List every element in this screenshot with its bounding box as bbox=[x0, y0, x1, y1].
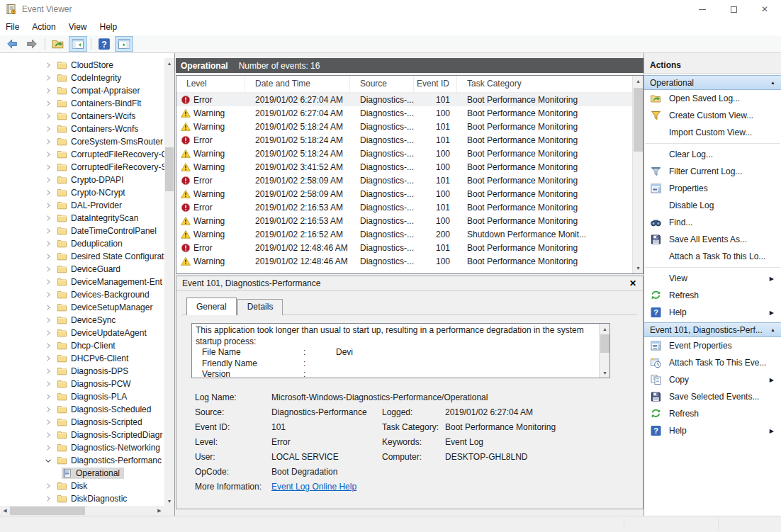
chevron-right-icon[interactable] bbox=[44, 99, 57, 108]
chevron-right-icon[interactable] bbox=[44, 239, 57, 248]
tree-item-codeintegrity[interactable]: CodeIntegrity bbox=[0, 72, 164, 84]
chevron-right-icon[interactable] bbox=[44, 380, 57, 388]
scroll-thumb[interactable] bbox=[634, 88, 643, 152]
scroll-down-icon[interactable]: ▼ bbox=[164, 496, 174, 506]
column-header-event-id[interactable]: Event ID bbox=[414, 76, 457, 92]
column-header-level[interactable]: Level bbox=[176, 76, 245, 92]
scroll-thumb[interactable] bbox=[165, 147, 174, 191]
menu-view[interactable]: View bbox=[62, 18, 94, 35]
tree-item-diagnosis-scripteddiagr[interactable]: Diagnosis-ScriptedDiagr bbox=[0, 429, 164, 441]
tree-item-desired-state-configurat[interactable]: Desired State Configurat bbox=[0, 250, 164, 263]
chevron-right-icon[interactable] bbox=[44, 392, 57, 401]
scroll-up-icon[interactable]: ▲ bbox=[164, 58, 174, 68]
chevron-right-icon[interactable] bbox=[44, 494, 57, 503]
scroll-up-icon[interactable]: ▲ bbox=[633, 76, 644, 86]
chevron-right-icon[interactable] bbox=[44, 188, 57, 197]
tree-item-corruptedfilerecovery-s[interactable]: CorruptedFileRecovery-S bbox=[0, 161, 164, 174]
event-row[interactable]: Error 2019/01/02 12:48:46 AM Diagnostics… bbox=[176, 241, 632, 254]
scroll-left-icon[interactable]: ◀ bbox=[0, 506, 10, 516]
minimize-button[interactable] bbox=[687, 0, 718, 18]
column-header-date-and-time[interactable]: Date and Time bbox=[245, 76, 350, 92]
event-row[interactable]: Warning 2019/01/02 12:48:46 AM Diagnosti… bbox=[176, 254, 632, 268]
collapse-arrow-icon[interactable]: ▲ bbox=[770, 327, 775, 332]
events-vertical-scrollbar[interactable]: ▲ ▼ bbox=[632, 76, 643, 273]
action-attach-a-task-to-this-lo[interactable]: Attach a Task To this Lo... bbox=[644, 248, 781, 265]
event-row[interactable]: Warning 2019/01/02 6:27:04 AM Diagnostic… bbox=[176, 106, 632, 120]
chevron-right-icon[interactable] bbox=[44, 74, 57, 82]
scroll-thumb[interactable] bbox=[10, 506, 85, 515]
chevron-right-icon[interactable] bbox=[44, 201, 57, 210]
tree-item-devicemanagement-ent[interactable]: DeviceManagement-Ent bbox=[0, 276, 164, 288]
menu-help[interactable]: Help bbox=[94, 18, 124, 35]
chevron-right-icon[interactable] bbox=[44, 443, 57, 452]
tree-item-datetimecontrolpanel[interactable]: DateTimeControlPanel bbox=[0, 225, 164, 237]
scroll-down-icon[interactable]: ▼ bbox=[600, 368, 610, 378]
tree-item-compat-appraiser[interactable]: Compat-Appraiser bbox=[0, 84, 164, 97]
tree-item-deduplication[interactable]: Deduplication bbox=[0, 237, 164, 250]
action-filter-current-log[interactable]: Filter Current Log... bbox=[644, 163, 781, 180]
scroll-right-icon[interactable]: ▶ bbox=[154, 506, 164, 516]
tree-item-corruptedfilerecovery-c[interactable]: CorruptedFileRecovery-C bbox=[0, 148, 164, 161]
scroll-up-icon[interactable]: ▲ bbox=[600, 324, 610, 334]
event-row[interactable]: Warning 2019/01/02 5:18:24 AM Diagnostic… bbox=[176, 147, 632, 160]
column-header-task-category[interactable]: Task Category bbox=[457, 76, 632, 92]
maximize-button[interactable] bbox=[718, 0, 749, 18]
event-row[interactable]: Warning 2019/01/02 2:16:52 AM Diagnostic… bbox=[176, 227, 632, 241]
chevron-right-icon[interactable] bbox=[44, 405, 57, 414]
event-log-online-help-link[interactable]: Event Log Online Help bbox=[271, 482, 382, 492]
action-refresh[interactable]: Refresh bbox=[644, 287, 781, 304]
tree-item-dal-provider[interactable]: DAL-Provider bbox=[0, 199, 164, 212]
chevron-right-icon[interactable] bbox=[44, 125, 57, 133]
event-row[interactable]: Warning 2019/01/02 3:41:52 AM Diagnostic… bbox=[176, 160, 632, 174]
chevron-right-icon[interactable] bbox=[44, 214, 57, 222]
chevron-right-icon[interactable] bbox=[44, 265, 57, 273]
menu-file[interactable]: File bbox=[0, 18, 26, 35]
chevron-right-icon[interactable] bbox=[44, 303, 57, 312]
tree-item-coresystem-smsrouter[interactable]: CoreSystem-SmsRouter bbox=[0, 135, 164, 148]
action-section-operational[interactable]: Operational ▲ bbox=[644, 75, 781, 90]
tree-item-containers-bindflt[interactable]: Containers-BindFlt bbox=[0, 97, 164, 110]
action-create-custom-view[interactable]: Create Custom View... bbox=[644, 107, 781, 124]
action-view[interactable]: View ▶ bbox=[644, 270, 781, 287]
tree-item-diagnosis-dps[interactable]: Diagnosis-DPS bbox=[0, 365, 164, 378]
scroll-thumb[interactable] bbox=[600, 334, 609, 353]
action-help[interactable]: ? Help ▶ bbox=[644, 422, 781, 439]
tree-horizontal-scrollbar[interactable]: ◀ ▶ bbox=[0, 506, 164, 516]
tree-item-crypto-dpapi[interactable]: Crypto-DPAPI bbox=[0, 174, 164, 186]
forward-button[interactable] bbox=[23, 36, 41, 52]
tree-item-devicesync[interactable]: DeviceSync bbox=[0, 314, 164, 327]
tree-item-dataintegrityscan[interactable]: DataIntegrityScan bbox=[0, 212, 164, 225]
back-button[interactable] bbox=[3, 36, 21, 52]
chevron-right-icon[interactable] bbox=[44, 137, 57, 146]
menu-action[interactable]: Action bbox=[26, 18, 62, 35]
event-row[interactable]: Warning 2019/01/02 5:18:24 AM Diagnostic… bbox=[176, 120, 632, 133]
scroll-down-icon[interactable]: ▼ bbox=[633, 263, 644, 273]
chevron-right-icon[interactable] bbox=[44, 252, 57, 261]
show-action-pane-toggle[interactable] bbox=[115, 36, 133, 52]
action-import-custom-view[interactable]: Import Custom View... bbox=[644, 124, 781, 141]
show-console-tree-toggle[interactable] bbox=[69, 36, 87, 52]
action-clear-log[interactable]: Clear Log... bbox=[644, 146, 781, 163]
tree-item-deviceguard[interactable]: DeviceGuard bbox=[0, 263, 164, 276]
action-section-event-101-diagnostics-perf[interactable]: Event 101, Diagnostics-Perf... ▲ bbox=[644, 322, 781, 337]
tree-item-operational[interactable]: Operational bbox=[0, 467, 164, 480]
action-find[interactable]: Find... bbox=[644, 214, 781, 231]
tree-item-dhcpv6-client[interactable]: DHCPv6-Client bbox=[0, 352, 164, 365]
event-row[interactable]: Warning 2019/01/02 2:58:09 AM Diagnostic… bbox=[176, 187, 632, 200]
tree-item-containers-wcifs[interactable]: Containers-Wcifs bbox=[0, 110, 164, 123]
event-row[interactable]: Error 2019/01/02 6:27:04 AM Diagnostics-… bbox=[176, 93, 632, 106]
tree-item-diagnostics-performanc[interactable]: Diagnostics-Performanc bbox=[0, 454, 164, 467]
tree-item-devicesetupmanager[interactable]: DeviceSetupManager bbox=[0, 301, 164, 314]
tab-general[interactable]: General bbox=[186, 298, 237, 315]
help-button[interactable]: ? bbox=[95, 36, 113, 52]
collapse-arrow-icon[interactable]: ▲ bbox=[770, 80, 775, 85]
action-disable-log[interactable]: Disable Log bbox=[644, 197, 781, 214]
description-vertical-scrollbar[interactable]: ▲ ▼ bbox=[599, 324, 609, 378]
chevron-right-icon[interactable] bbox=[44, 367, 57, 375]
action-help[interactable]: ? Help ▶ bbox=[644, 304, 781, 321]
chevron-right-icon[interactable] bbox=[44, 290, 57, 299]
event-row[interactable]: Error 2019/01/02 5:18:24 AM Diagnostics-… bbox=[176, 133, 632, 147]
chevron-right-icon[interactable] bbox=[44, 61, 57, 69]
tree-item-diagnostics-networking[interactable]: Diagnostics-Networking bbox=[0, 441, 164, 454]
chevron-right-icon[interactable] bbox=[44, 316, 57, 324]
